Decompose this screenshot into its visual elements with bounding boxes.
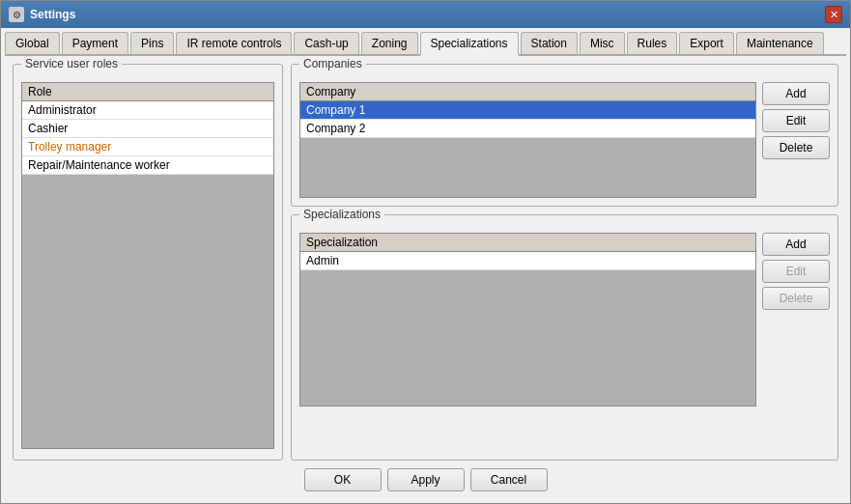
specializations-edit-button[interactable]: Edit [762,260,830,283]
specializations-content: Specialization Admin Add Edit Delete [299,233,830,406]
title-bar-left: ⚙ Settings [9,7,75,22]
companies-list-header: Company [300,83,755,101]
roles-list: Administrator Cashier Trolley manager Re… [22,101,273,175]
specializations-title: Specializations [299,208,384,221]
tab-ir-remote[interactable]: IR remote controls [176,32,292,54]
list-item[interactable]: Admin [300,252,755,270]
list-item[interactable]: Trolley manager [22,138,273,156]
specializations-list-header: Specialization [300,234,755,252]
window-content: Global Payment Pins IR remote controls C… [1,28,850,503]
list-item[interactable]: Company 2 [300,120,755,138]
tab-misc[interactable]: Misc [580,32,625,54]
tab-bar: Global Payment Pins IR remote controls C… [5,32,846,56]
list-item[interactable]: Administrator [22,101,273,120]
settings-window: ⚙ Settings ✕ Global Payment Pins IR remo… [0,0,851,504]
cancel-button[interactable]: Cancel [470,468,548,491]
companies-list-container: Company Company 1 Company 2 [299,82,756,198]
specializations-group: Specializations Specialization Admin Add [291,214,838,461]
ok-button[interactable]: OK [304,468,382,491]
specializations-list-container: Specialization Admin [299,233,756,406]
companies-list-filler [300,138,755,197]
list-item[interactable]: Repair/Maintenance worker [22,156,273,175]
companies-edit-button[interactable]: Edit [762,109,830,132]
tab-rules[interactable]: Rules [627,32,678,54]
roles-list-container: Role Administrator Cashier Trolley manag… [21,82,274,449]
companies-delete-button[interactable]: Delete [762,136,830,159]
title-bar: ⚙ Settings ✕ [1,1,850,28]
tab-pins[interactable]: Pins [130,32,174,54]
window-icon: ⚙ [9,7,24,22]
tab-payment[interactable]: Payment [62,32,128,54]
apply-button[interactable]: Apply [387,468,465,491]
tab-maintenance[interactable]: Maintenance [736,32,824,54]
panels-container: Service user roles Role Administrator Ca… [13,64,838,461]
footer: OK Apply Cancel [13,461,838,495]
tab-zoning[interactable]: Zoning [361,32,418,54]
close-button[interactable]: ✕ [825,6,842,23]
right-panel: Companies Company Company 1 Company 2 [291,64,838,461]
roles-list-header: Role [22,83,273,101]
companies-add-button[interactable]: Add [762,82,830,105]
service-user-roles-content: Role Administrator Cashier Trolley manag… [21,82,274,449]
tab-cash-up[interactable]: Cash-up [294,32,358,54]
specializations-list-filler [300,270,755,406]
left-panel: Service user roles Role Administrator Ca… [13,64,283,461]
companies-group: Companies Company Company 1 Company 2 [291,64,838,207]
tab-station[interactable]: Station [521,32,578,54]
list-item[interactable]: Company 1 [300,101,755,120]
companies-row: Company Company 1 Company 2 Add Edit Del… [299,82,830,198]
companies-content: Company Company 1 Company 2 Add Edit Del… [299,82,830,198]
service-user-roles-group: Service user roles Role Administrator Ca… [13,64,283,461]
service-user-roles-title: Service user roles [21,57,122,70]
specializations-add-button[interactable]: Add [762,233,830,256]
companies-btn-group: Add Edit Delete [762,82,830,159]
list-item[interactable]: Cashier [22,120,273,138]
main-area: Service user roles Role Administrator Ca… [5,60,846,499]
companies-title: Companies [299,57,366,70]
tab-export[interactable]: Export [679,32,734,54]
tab-global[interactable]: Global [5,32,60,54]
specializations-delete-button[interactable]: Delete [762,287,830,310]
window-title: Settings [30,8,75,21]
tab-specializations[interactable]: Specializations [420,32,519,56]
specializations-row: Specialization Admin Add Edit Delete [299,233,830,406]
specializations-btn-group: Add Edit Delete [762,233,830,310]
